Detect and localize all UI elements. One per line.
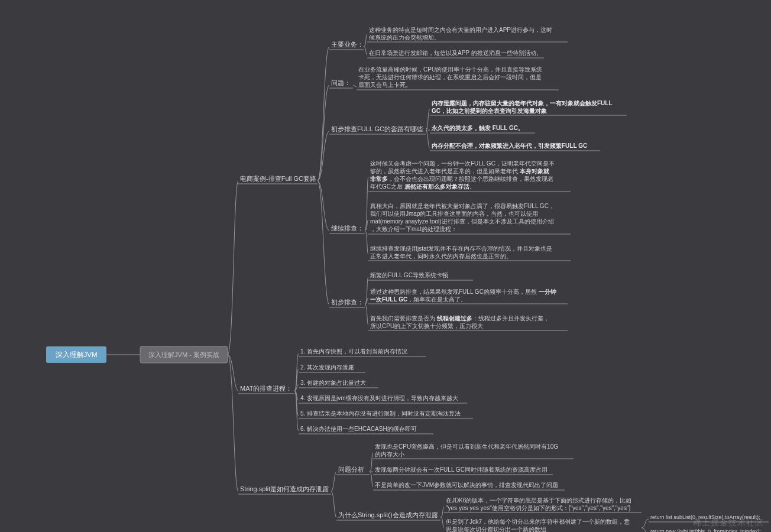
leaf-b3-2-ext-2: return new SubList(this, 0, fromIndex, t… [649, 528, 769, 532]
connector [365, 304, 368, 325]
svg-text:6. 解决办法使用一些EHCACASH的缓存即可: 6. 解决办法使用一些EHCACASH的缓存即可 [300, 426, 417, 432]
svg-text:初步排查：: 初步排查： [331, 299, 364, 306]
svg-text:首先我们需要排查是否为 线程创建过多：线程过多并且并发执行差: 首先我们需要排查是否为 线程创建过多：线程过多并且并发执行差， 所以CPU的上下… [370, 315, 551, 329]
connector [440, 507, 444, 517]
leaf-b1-4-2: 真相大白，原因就是老年代被大量对象占满了，很容易触发FULL GC， 我们可以使… [368, 203, 571, 234]
branch-3[interactable]: String.split是如何造成内存泄露 [238, 485, 331, 494]
leaf-b1-1-2: 在日常场景进行发邮箱，短信以及APP 的推送消息一些特别活动。 [367, 50, 544, 58]
connector [642, 528, 649, 532]
svg-text:继续排查发现使用jstat发现并不存在内存不合理的情况，并且: 继续排查发现使用jstat发现并不存在内存不合理的情况，并且对象也是 正常进入老… [370, 245, 554, 259]
child-node[interactable]: 深入理解JVM - 案例实战 [140, 346, 228, 363]
svg-text:主要业务：: 主要业务： [331, 41, 364, 48]
svg-text:内存分配不合理，对象频繁进入老年代，引发频繁FULL GC: 内存分配不合理，对象频繁进入老年代，引发频繁FULL GC [432, 142, 587, 149]
connector [426, 131, 430, 148]
leaf-b1-5-1: 频繁的FULL GC导致系统卡顿 [368, 272, 473, 280]
connector [228, 355, 238, 491]
leaf-b1-1-1: 这种业务的特点是短时间之内会有大量的用户进入APP进行参与，这时 候系统的压力会… [367, 27, 568, 42]
leaf-b2-1: 1. 首先内存快照，可以看到当前内存情况 [299, 348, 426, 356]
svg-text:不是简单的改一下JVM参数就可以解决的事情，排查发现代码出了: 不是简单的改一下JVM参数就可以解决的事情，排查发现代码出了问题 [375, 482, 558, 488]
svg-text:电商案例-排查Full GC套路: 电商案例-排查Full GC套路 [240, 175, 316, 182]
connector [370, 472, 373, 487]
svg-text:在JDK6的版本，一个字符串的底层是基于下面的形式进行存储的: 在JDK6的版本，一个字符串的底层是基于下面的形式进行存储的，比如 "yes y… [446, 497, 633, 511]
leaf-b3-2-2: 但是到了Jdk7，他给每个切分出来的字符串都创建了一个新的数组，意 思是说每次切… [444, 518, 642, 532]
connector [365, 277, 368, 304]
branch-3-1[interactable]: 问题分析 [336, 466, 370, 475]
root-node[interactable]: 深入理解JVM [46, 346, 106, 363]
leaf-b1-3-3: 内存分配不合理，对象频繁进入老年代，引发频繁FULL GC [430, 142, 600, 151]
svg-text:MAT的排查进程：: MAT的排查进程： [240, 385, 292, 392]
leaf-b3-2-1: 在JDK6的版本，一个字符串的底层是基于下面的形式进行存储的，比如 "yes y… [444, 497, 642, 512]
leaf-b2-4: 4. 发现原因是jvm缓存没有及时进行清理，导致内存越来越大 [299, 395, 467, 403]
connector [331, 491, 336, 517]
svg-text:问题：: 问题： [331, 79, 351, 86]
branch-1[interactable]: 电商案例-排查Full GC套路 [238, 175, 318, 184]
svg-text:频繁的FULL GC导致系统卡顿: 频繁的FULL GC导致系统卡顿 [370, 272, 448, 278]
connector [364, 34, 367, 47]
svg-text:通过这种思路排查，结果果然发现FULL GC的频率十分高，居: 通过这种思路排查，结果果然发现FULL GC的频率十分高，居然 一分钟 一次FU… [370, 288, 558, 303]
svg-text:为什么String.split()会造成内存泄露: 为什么String.split()会造成内存泄露 [338, 511, 438, 518]
leaf-b1-5-2: 通过这种思路排查，结果果然发现FULL GC的频率十分高，居然 一分钟 一次FU… [368, 288, 568, 304]
svg-text:发现也是CPU突然爆高，但是可以看到新生代和老年代居然同时有: 发现也是CPU突然爆高，但是可以看到新生代和老年代居然同时有10G 的内存大小 [375, 443, 560, 458]
connector [440, 517, 444, 528]
svg-text:5. 排查结果是本地内存没有进行限制，同时没有定期淘汰算法: 5. 排查结果是本地内存没有进行限制，同时没有定期淘汰算法 [300, 410, 461, 417]
svg-text:在日常场景进行发邮箱，短信以及APP 的推送消息一些特别活动: 在日常场景进行发邮箱，短信以及APP 的推送消息一些特别活动。 [369, 50, 542, 56]
svg-text:但是到了Jdk7，他给每个切分出来的字符串都创建了一个新的数: 但是到了Jdk7，他给每个切分出来的字符串都创建了一个新的数组，意 思是说每次切… [445, 518, 631, 532]
leaf-b1-3-2: 永久代的类太多，触发 FULL GC。 [430, 125, 535, 133]
connector [370, 453, 373, 472]
leaf-b2-5: 5. 排查结果是本地内存没有进行限制，同时没有定期淘汰算法 [299, 410, 473, 419]
connector [365, 177, 368, 231]
svg-text:深入理解JVM: 深入理解JVM [56, 351, 98, 358]
svg-text:1. 首先内存快照，可以看到当前内存情况: 1. 首先内存快照，可以看到当前内存情况 [300, 348, 407, 355]
svg-text:继续排查：: 继续排查： [331, 225, 364, 232]
connector [331, 472, 336, 491]
leaf-b3-1-2: 发现每两分钟就会有一次FULL GC同时伴随着系统的资源高度占用 [373, 466, 553, 475]
svg-text:String.split是如何造成内存泄露: String.split是如何造成内存泄露 [240, 485, 329, 492]
svg-text:深入理解JVM - 案例实战: 深入理解JVM - 案例实战 [148, 351, 219, 358]
svg-text:初步排查FULL GC的套路有哪些：: 初步排查FULL GC的套路有哪些： [331, 125, 430, 132]
connector [318, 131, 329, 181]
branch-2[interactable]: MAT的排查进程： [238, 385, 294, 394]
leaf-b1-5-3: 首先我们需要排查是否为 线程创建过多：线程过多并且并发执行差， 所以CPU的上下… [368, 315, 568, 330]
branch-1-3[interactable]: 初步排查FULL GC的套路有哪些： [329, 125, 430, 134]
connector [365, 231, 368, 254]
leaf-b2-2: 2. 其次发现内存泄露 [299, 364, 365, 372]
svg-text:内存泄露问题，内存驻留大量的老年代对象，一有对象就会触发FU: 内存泄露问题，内存驻留大量的老年代对象，一有对象就会触发FULL GC，比如之前… [432, 100, 614, 114]
mindmap-canvas: 深入理解JVM 深入理解JVM - 案例实战 电商案例-排查Full GC套路 … [0, 0, 771, 532]
leaf-b3-1-1: 发现也是CPU突然爆高，但是可以看到新生代和老年代居然同时有10G 的内存大小 [373, 443, 574, 459]
connector [364, 47, 367, 55]
branch-1-5[interactable]: 初步排查： [329, 299, 365, 307]
connector [642, 519, 649, 528]
leaf-b1-2-1: 在业务流量高峰的时候，CPU的使用率十分十分高，并且直接导致系统 卡死，无法进行… [357, 66, 559, 90]
leaf-b1-4-3: 继续排查发现使用jstat发现并不存在内存不合理的情况，并且对象也是 正常进入老… [368, 245, 571, 261]
connector [318, 181, 329, 231]
svg-text:问题分析: 问题分析 [338, 466, 364, 473]
leaf-b3-1-3: 不是简单的改一下JVM参数就可以解决的事情，排查发现代码出了问题 [373, 482, 565, 490]
branch-1-1[interactable]: 主要业务： [329, 41, 364, 50]
svg-text:4. 发现原因是jvm缓存没有及时进行清理，导致内存越来越大: 4. 发现原因是jvm缓存没有及时进行清理，导致内存越来越大 [300, 395, 458, 401]
leaf-b2-3: 3. 创建的对象占比量过大 [299, 379, 378, 388]
connector [228, 355, 238, 391]
svg-text:在业务流量高峰的时候，CPU的使用率十分十分高，并且直接导致: 在业务流量高峰的时候，CPU的使用率十分十分高，并且直接导致系统 卡死，无法进行… [358, 66, 544, 88]
svg-text:发现每两分钟就会有一次FULL GC同时伴随着系统的资源高度: 发现每两分钟就会有一次FULL GC同时伴随着系统的资源高度占用 [375, 466, 548, 473]
svg-text:真相大白，原因就是老年代被大量对象占满了，很容易触发FULL: 真相大白，原因就是老年代被大量对象占满了，很容易触发FULL GC， 我们可以使… [370, 203, 556, 232]
branch-3-2[interactable]: 为什么String.split()会造成内存泄露 [336, 511, 440, 520]
watermark: 稀土掘金技术社区 [693, 518, 764, 528]
leaf-b2-6: 6. 解决办法使用一些EHCACASH的缓存即可 [299, 426, 433, 434]
connector [228, 181, 238, 355]
branch-1-4[interactable]: 继续排查： [329, 225, 365, 233]
connector [318, 47, 329, 181]
svg-text:return new SubList(this, 0, fr: return new SubList(this, 0, fromIndex, t… [650, 528, 761, 532]
leaf-b1-4-1: 这时候又会考虑一个问题，一分钟一次FULL GC，证明老年代空间是不 够的，虽然… [368, 160, 571, 192]
svg-text:3. 创建的对象占比量过大: 3. 创建的对象占比量过大 [300, 379, 366, 386]
svg-text:这种业务的特点是短时间之内会有大量的用户进入APP进行参与，: 这种业务的特点是短时间之内会有大量的用户进入APP进行参与，这时 候系统的压力会… [369, 27, 554, 41]
svg-text:永久代的类太多，触发 FULL GC。: 永久代的类太多，触发 FULL GC。 [431, 125, 524, 131]
svg-text:这时候又会考虑一个问题，一分钟一次FULL GC，证明老年代: 这时候又会考虑一个问题，一分钟一次FULL GC，证明老年代空间是不 够的，虽然… [370, 160, 556, 190]
connector [353, 85, 357, 87]
svg-text:2. 其次发现内存泄露: 2. 其次发现内存泄露 [300, 364, 354, 371]
branch-1-2[interactable]: 问题： [329, 79, 353, 88]
leaf-b1-3-1: 内存泄露问题，内存驻留大量的老年代对象，一有对象就会触发FULL GC，比如之前… [430, 100, 627, 115]
connector [318, 181, 329, 304]
